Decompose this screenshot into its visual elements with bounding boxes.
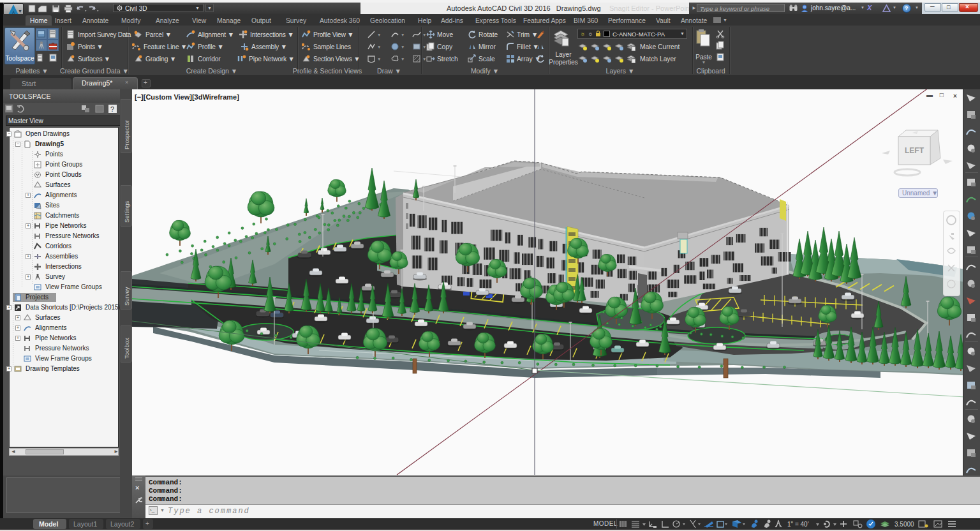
svg-text:?: ?: [110, 105, 114, 113]
svg-text:LEFT: LEFT: [905, 146, 924, 155]
svg-text:1" = 40': 1" = 40': [787, 521, 809, 528]
svg-text:3.5000: 3.5000: [895, 521, 914, 528]
